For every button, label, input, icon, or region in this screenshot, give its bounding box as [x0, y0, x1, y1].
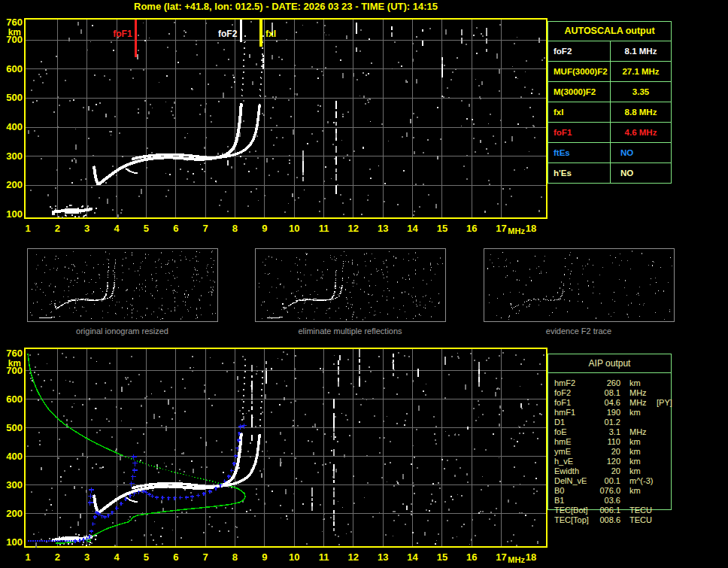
svg-text:13: 13 [378, 551, 388, 563]
autoscala-table-title: AUTOSCALA output [548, 22, 671, 41]
svg-text:5: 5 [144, 223, 149, 234]
aip-label: TEC[Bot] [554, 506, 593, 515]
aip-label: foF1 [554, 398, 593, 408]
aip-unit: MHz [629, 427, 657, 437]
svg-text:km: km [8, 27, 21, 38]
marker-label-fxI: fxI [265, 29, 276, 39]
aip-label: D1 [554, 418, 593, 427]
aip-value: 190 [593, 408, 620, 418]
aip-unit: km [629, 408, 657, 418]
svg-text:6: 6 [173, 551, 178, 563]
autoscala-row-label: foF2 [548, 41, 611, 61]
aip-value: 008.6 [593, 515, 620, 525]
svg-text:15: 15 [437, 223, 447, 234]
autoscala-row-value: NO [611, 143, 671, 163]
aip-unit [629, 418, 657, 427]
svg-text:MHz: MHz [508, 226, 525, 235]
aip-label: Ewidth [554, 466, 593, 476]
svg-text:9: 9 [262, 551, 267, 563]
aip-unit: km [629, 437, 657, 447]
svg-text:500: 500 [6, 422, 23, 433]
aip-unit: km [629, 378, 657, 388]
svg-text:500: 500 [6, 92, 23, 103]
aip-row-DelN_vE: DelN_vE00.1m^(-3) [554, 476, 727, 486]
aip-row-ymE: ymE20km [554, 447, 727, 457]
thumbnail-eliminate-reflections [256, 249, 446, 322]
svg-text:2: 2 [55, 223, 60, 234]
autoscala-row-label: ftEs [548, 143, 611, 163]
marker-label-foF1: foF1 [113, 29, 132, 39]
aip-row-hmF2: hmF2260km [554, 378, 727, 388]
svg-text:15: 15 [437, 551, 447, 563]
thumbnail-evidence-f2-trace [484, 249, 675, 322]
aip-table-rows: hmF2260kmfoF208.1MHzfoF104.6MHz[PY]hmF11… [554, 378, 727, 525]
autoscala-row-fxI: fxI8.8 MHz [548, 102, 671, 122]
svg-text:13: 13 [378, 223, 388, 234]
autoscala-row-label: MUF(3000)F2 [548, 62, 611, 81]
thumbnail-caption-original: original ionogram resized [27, 327, 217, 336]
aip-table-title: AIP output [548, 354, 671, 373]
svg-text:11: 11 [319, 223, 329, 234]
aip-value: 00.1 [593, 476, 620, 486]
aip-row-TEC[Top]: TEC[Top]008.6TECU [554, 515, 727, 525]
svg-text:14: 14 [407, 223, 418, 234]
aip-label: ymE [554, 447, 593, 457]
aip-value: 120 [593, 457, 620, 466]
aip-value: 04.6 [593, 398, 620, 408]
aip-value: 3.1 [593, 427, 620, 437]
autoscala-row-value: 8.1 MHz [611, 41, 671, 61]
autoscala-table-rows: foF28.1 MHzMUF(3000)F227.1 MHzM(3000)F23… [548, 41, 671, 183]
autoscala-row-M(3000)F2: M(3000)F23.35 [548, 81, 671, 102]
svg-text:5: 5 [144, 551, 149, 563]
autoscala-row-MUF(3000)F2: MUF(3000)F227.1 MHz [548, 61, 671, 81]
aip-label: foE [554, 427, 593, 437]
autoscala-row-ftEs: ftEsNO [548, 142, 671, 163]
svg-text:200: 200 [6, 179, 23, 190]
aip-value: 01.2 [593, 418, 620, 427]
bottom-axes: 123456789101112131415161718MHz7607006005… [6, 348, 547, 564]
marker-label-foF2: foF2 [218, 29, 238, 39]
aip-row-B1: B103.6 [554, 496, 727, 506]
aip-value: 260 [593, 378, 620, 388]
autoscala-row-label: foF1 [548, 123, 611, 142]
autoscala-window: Rome (lat: +41.8, lon: 012.5) - DATE: 20… [0, 0, 728, 568]
autoscala-row-foF2: foF28.1 MHz [548, 41, 671, 61]
aip-unit [629, 496, 657, 506]
aip-row-hmE: hmE110km [554, 437, 727, 447]
svg-text:12: 12 [348, 223, 359, 234]
svg-text:760: 760 [6, 17, 23, 28]
svg-text:200: 200 [6, 508, 23, 519]
aip-value: 20 [593, 447, 620, 457]
svg-text:600: 600 [6, 393, 23, 405]
aip-value: 006.1 [593, 506, 620, 515]
thumbnail-caption-evidence: evidence F2 trace [484, 327, 674, 336]
aip-label: hmE [554, 437, 593, 447]
aip-unit: km [629, 447, 657, 457]
svg-text:3: 3 [84, 223, 89, 234]
bottom-profile-plot: 123456789101112131415161718MHz7607006005… [6, 348, 547, 564]
aip-label: DelN_vE [554, 476, 593, 486]
svg-text:600: 600 [6, 63, 23, 74]
interference-stripes [262, 23, 487, 194]
aip-value: 076.0 [593, 486, 620, 496]
aip-label: TEC[Top] [554, 515, 593, 525]
svg-text:10: 10 [289, 223, 299, 234]
aip-value: 03.6 [593, 496, 620, 506]
aip-row-h_vE: h_vE120km [554, 457, 727, 466]
svg-text:MHz: MHz [508, 555, 525, 564]
autoscala-row-label: M(3000)F2 [548, 82, 611, 102]
svg-text:8: 8 [232, 551, 238, 563]
aip-unit: km [629, 486, 657, 496]
autoscala-row-foF1: foF14.6 MHz [548, 122, 671, 142]
svg-text:4: 4 [114, 551, 120, 563]
aip-row-foF2: foF208.1MHz [554, 388, 727, 398]
svg-text:400: 400 [6, 451, 23, 462]
autoscala-row-label: fxI [548, 102, 611, 122]
aip-row-B0: B0076.0km [554, 486, 727, 496]
autoscala-output-table: AUTOSCALA output foF28.1 MHzMUF(3000)F22… [548, 21, 672, 184]
autoscala-row-value: NO [611, 163, 671, 183]
aip-label: hmF2 [554, 378, 593, 388]
svg-text:14: 14 [407, 551, 418, 563]
aip-label: h_vE [554, 457, 593, 466]
svg-text:17: 17 [496, 551, 506, 563]
